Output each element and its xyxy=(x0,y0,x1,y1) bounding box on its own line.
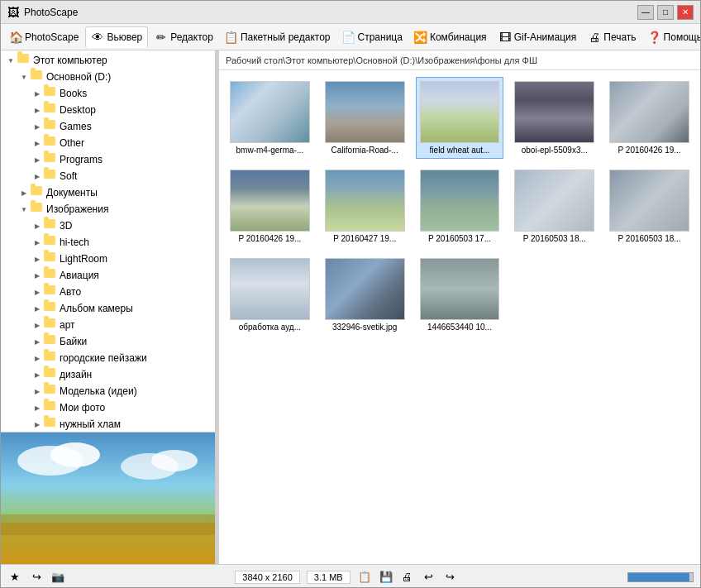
svg-rect-6 xyxy=(1,514,215,535)
tree-item-art[interactable]: ▶арт xyxy=(1,317,215,333)
rotate-icon[interactable]: ↪ xyxy=(29,570,44,585)
redo-icon[interactable]: ↪ xyxy=(443,570,458,585)
minimize-button[interactable]: — xyxy=(637,5,654,20)
tree-toggle: ▶ xyxy=(31,351,44,365)
tree-toggle: ▼ xyxy=(17,70,31,84)
toolbar-label-print: Печать xyxy=(603,31,636,43)
file-item-f7[interactable]: P 20160427 19... xyxy=(321,165,409,247)
toolbar-item-print[interactable]: 🖨Печать xyxy=(583,26,641,48)
tree-item-desktop[interactable]: ▶Desktop xyxy=(1,102,215,118)
tree-toggle: ▶ xyxy=(31,401,44,414)
tree-toggle: ▶ xyxy=(31,103,44,117)
left-panel: ▼Этот компьютер▼Основной (D:)▶Books▶Desk… xyxy=(1,50,216,564)
maximize-button[interactable]: □ xyxy=(657,5,674,20)
file-item-f6[interactable]: P 20160426 19... xyxy=(226,165,314,247)
toolbar-item-gif[interactable]: 🎞Gif-Анимация xyxy=(494,26,582,48)
tree-label-cityscape: городские пейзажи xyxy=(60,352,147,364)
tree-item-cityscape[interactable]: ▶городские пейзажи xyxy=(1,350,215,366)
toolbar-item-help[interactable]: ❓Помощь xyxy=(643,26,701,48)
toolbar-item-combine[interactable]: 🔀Комбинация xyxy=(409,26,492,48)
print-icon[interactable]: 🖨 xyxy=(400,570,415,585)
star-icon[interactable]: ★ xyxy=(7,570,22,585)
tree-toggle: ▼ xyxy=(4,54,17,67)
tree-label-aviation: Авиация xyxy=(60,270,99,281)
tree-item-bikes[interactable]: ▶Байки xyxy=(1,333,215,350)
tree-toggle: ▶ xyxy=(31,153,44,166)
tree-label: Основной (D:) xyxy=(46,71,111,83)
file-item-f5[interactable]: P 20160426 19... xyxy=(605,77,694,159)
tree-item-hi-tech[interactable]: ▶hi-tech xyxy=(1,234,215,251)
folder-icon-cityscape xyxy=(44,351,57,365)
tree-toggle: ▶ xyxy=(17,186,31,199)
tree-item-games[interactable]: ▶Games xyxy=(1,118,215,135)
file-name-f8: P 20160503 17... xyxy=(428,234,491,243)
tree-label-desktop: Desktop xyxy=(60,104,96,116)
toolbar-label-batch: Пакетный редактор xyxy=(241,31,331,43)
tree-toggle: ▶ xyxy=(31,368,44,381)
breadcrumb-text: Рабочий стол\Этот компьютер\Основной (D:… xyxy=(226,55,537,65)
tree-label-hi-tech: hi-tech xyxy=(60,237,89,248)
tree-item-soft[interactable]: ▶Soft xyxy=(1,168,215,184)
preview-image xyxy=(1,433,215,564)
file-item-f8[interactable]: P 20160503 17... xyxy=(416,165,504,247)
file-item-f3[interactable]: field wheat aut... xyxy=(416,77,504,159)
file-item-f13[interactable]: 1446653440 10... xyxy=(416,254,504,336)
toolbar-item-page[interactable]: 📄Страница xyxy=(337,26,408,48)
tree-item-design[interactable]: ▶дизайн xyxy=(1,366,215,383)
tree-item-programs[interactable]: ▶Programs xyxy=(1,151,215,168)
file-name-f5: P 20160426 19... xyxy=(618,146,681,155)
tree-item-junk[interactable]: ▶нужный хлам xyxy=(1,416,215,432)
tree-item-documents[interactable]: ▶Документы xyxy=(1,184,215,201)
tree-item-images[interactable]: ▼Изображения xyxy=(1,201,215,218)
tree-item-myphoto[interactable]: ▶Мои фото xyxy=(1,399,215,416)
title-bar-left: 🖼 PhotoScape xyxy=(7,6,78,19)
app-icon: 🖼 xyxy=(7,6,19,19)
camera-icon[interactable]: 📷 xyxy=(50,570,65,585)
file-item-f1[interactable]: bmw-m4-germa-... xyxy=(226,77,314,159)
file-item-f11[interactable]: обработка ауд... xyxy=(226,254,314,336)
tree-item[interactable]: ▼Этот компьютер xyxy=(1,52,215,69)
folder-icon-models xyxy=(44,385,57,398)
file-item-f2[interactable]: California-Road-... xyxy=(321,77,409,159)
main-content: ▼Этот компьютер▼Основной (D:)▶Books▶Desk… xyxy=(1,50,700,564)
folder-icon-other xyxy=(44,136,57,150)
file-item-f12[interactable]: 332946-svetik.jpg xyxy=(321,254,409,336)
toolbar-item-viewer[interactable]: 👁Вьювер xyxy=(85,26,148,48)
tree-toggle: ▶ xyxy=(31,269,44,282)
tree-item-models[interactable]: ▶Моделька (идеи) xyxy=(1,383,215,399)
toolbar-item-editor[interactable]: ✏Редактор xyxy=(150,26,218,48)
title-bar: 🖼 PhotoScape — □ ✕ xyxy=(1,1,700,24)
undo-icon[interactable]: ↩ xyxy=(422,570,436,585)
tree-item-cars[interactable]: ▶Авто xyxy=(1,284,215,300)
tree-label-documents: Документы xyxy=(46,187,98,198)
tree-item-books[interactable]: ▶Books xyxy=(1,85,215,102)
file-thumb-f6 xyxy=(230,170,310,232)
file-tree[interactable]: ▼Этот компьютер▼Основной (D:)▶Books▶Desk… xyxy=(1,50,215,432)
tree-label-3d: 3D xyxy=(60,220,72,232)
tree-item-aviation[interactable]: ▶Авиация xyxy=(1,267,215,284)
folder-icon-3d xyxy=(44,219,57,232)
close-button[interactable]: ✕ xyxy=(677,5,694,20)
file-thumb-f2 xyxy=(325,81,405,143)
save-icon[interactable]: 💾 xyxy=(379,570,393,585)
toolbar-item-photoscape[interactable]: 🏠PhotoScape xyxy=(4,26,83,48)
tree-toggle: ▶ xyxy=(31,252,44,265)
file-item-f9[interactable]: P 20160503 18... xyxy=(510,165,598,247)
toolbar-item-batch[interactable]: 📋Пакетный редактор xyxy=(220,26,336,48)
file-thumb-f5 xyxy=(609,81,689,143)
tree-item-other[interactable]: ▶Other xyxy=(1,135,215,151)
file-item-f10[interactable]: P 20160503 18... xyxy=(605,165,694,247)
copy-icon[interactable]: 📋 xyxy=(357,570,372,585)
file-item-f4[interactable]: oboi-epl-5509x3... xyxy=(510,77,598,159)
filesize-info: 3.1 MB xyxy=(307,571,350,584)
tree-item[interactable]: ▼Основной (D:) xyxy=(1,69,215,85)
tree-item-album[interactable]: ▶Альбом камеры xyxy=(1,300,215,317)
tree-item-lightroom[interactable]: ▶LightRoom xyxy=(1,251,215,267)
tree-label-programs: Programs xyxy=(60,154,103,165)
file-grid[interactable]: bmw-m4-germa-...California-Road-...field… xyxy=(219,70,700,564)
folder-icon-desktop xyxy=(44,103,57,117)
folder-icon xyxy=(17,54,31,67)
tree-item-3d[interactable]: ▶3D xyxy=(1,218,215,234)
folder-icon-hi-tech xyxy=(44,236,57,249)
toolbar-label-help: Помощь xyxy=(664,31,701,43)
